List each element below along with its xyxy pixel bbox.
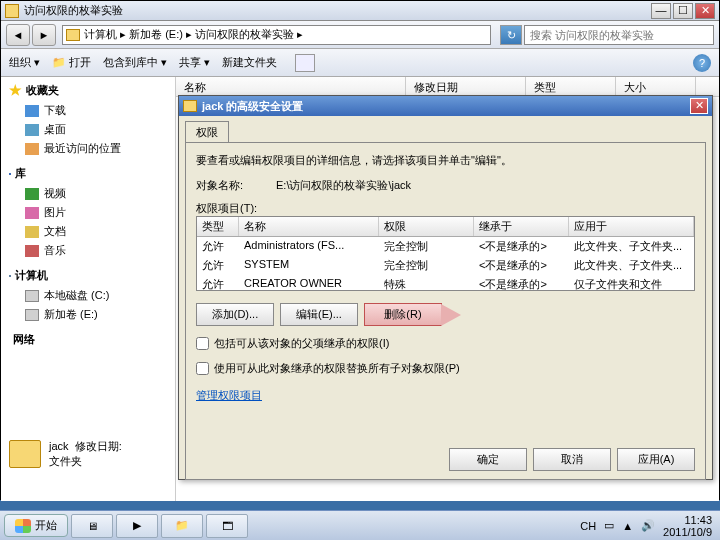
- start-button[interactable]: 开始: [4, 514, 68, 537]
- dialog-close-button[interactable]: ✕: [690, 98, 708, 114]
- add-button[interactable]: 添加(D)...: [196, 303, 274, 326]
- apply-button[interactable]: 应用(A): [617, 448, 695, 471]
- address-bar[interactable]: 计算机 ▸ 新加卷 (E:) ▸ 访问权限的枚举实验 ▸: [62, 25, 491, 45]
- date-label: 修改日期:: [75, 440, 122, 452]
- dialog-title: jack 的高级安全设置: [202, 99, 690, 114]
- edit-button[interactable]: 编辑(E)...: [280, 303, 358, 326]
- minimize-button[interactable]: —: [651, 3, 671, 19]
- back-button[interactable]: ◄: [6, 24, 30, 46]
- object-name-value: E:\访问权限的枚举实验\jack: [276, 178, 411, 193]
- advanced-security-dialog: jack 的高级安全设置 ✕ 权限 要查看或编辑权限项目的详细信息，请选择该项目…: [178, 95, 713, 480]
- open-button[interactable]: 📁 打开: [52, 55, 91, 70]
- sidebar-item-drive-c[interactable]: 本地磁盘 (C:): [9, 286, 167, 305]
- sidebar-item-drive-e[interactable]: 新加卷 (E:): [9, 305, 167, 324]
- new-folder-button[interactable]: 新建文件夹: [222, 55, 277, 70]
- sidebar-item-music[interactable]: 音乐: [9, 241, 167, 260]
- toolbar: 组织 ▾ 📁 打开 包含到库中 ▾ 共享 ▾ 新建文件夹 ?: [1, 49, 719, 77]
- tray-icon[interactable]: 🔊: [641, 519, 655, 532]
- column-headers[interactable]: 名称 修改日期 类型 大小: [176, 77, 719, 97]
- taskbar-app[interactable]: 🖥: [71, 514, 113, 538]
- sidebar-item-desktop[interactable]: 桌面: [9, 120, 167, 139]
- col-permission[interactable]: 权限: [379, 217, 474, 236]
- organize-menu[interactable]: 组织 ▾: [9, 55, 40, 70]
- sidebar-item-videos[interactable]: 视频: [9, 184, 167, 203]
- selected-name: jack: [49, 440, 69, 452]
- remove-button[interactable]: 删除(R): [364, 303, 442, 326]
- nav-bar: ◄ ► 计算机 ▸ 新加卷 (E:) ▸ 访问权限的枚举实验 ▸ ↻: [1, 21, 719, 49]
- folder-icon: [5, 4, 19, 18]
- col-type[interactable]: 类型: [526, 77, 616, 96]
- selected-type: 文件夹: [49, 454, 122, 469]
- taskbar-explorer[interactable]: 📁: [161, 514, 203, 538]
- main-panel: 名称 修改日期 类型 大小 jack 的高级安全设置 ✕ 权限 要查看或编辑权限…: [176, 77, 719, 501]
- include-inheritable-checkbox[interactable]: 包括可从该对象的父项继承的权限(I): [196, 336, 695, 351]
- taskbar-app[interactable]: ▶: [116, 514, 158, 538]
- sidebar-item-downloads[interactable]: 下载: [9, 101, 167, 120]
- help-button[interactable]: ?: [693, 54, 711, 72]
- system-tray[interactable]: CH ▭ ▲ 🔊 11:43 2011/10/9: [580, 514, 716, 538]
- sidebar-item-pictures[interactable]: 图片: [9, 203, 167, 222]
- col-size[interactable]: 大小: [616, 77, 696, 96]
- permissions-table[interactable]: 类型 名称 权限 继承于 应用于 允许Administrators (FS...…: [196, 216, 695, 291]
- computer-header[interactable]: 计算机: [9, 268, 167, 283]
- libraries-header[interactable]: 库: [9, 166, 167, 181]
- share-menu[interactable]: 共享 ▾: [179, 55, 210, 70]
- ok-button[interactable]: 确定: [449, 448, 527, 471]
- perm-row[interactable]: 允许CREATOR OWNER特殊<不是继承的>仅子文件夹和文件: [197, 275, 694, 291]
- col-type[interactable]: 类型: [197, 217, 239, 236]
- refresh-button[interactable]: ↻: [500, 25, 522, 45]
- close-button[interactable]: ✕: [695, 3, 715, 19]
- folder-icon: [9, 440, 41, 468]
- maximize-button[interactable]: ☐: [673, 3, 693, 19]
- favorites-header[interactable]: ★收藏夹: [9, 82, 167, 98]
- forward-button[interactable]: ►: [32, 24, 56, 46]
- include-library-menu[interactable]: 包含到库中 ▾: [103, 55, 167, 70]
- titlebar[interactable]: 访问权限的枚举实验 — ☐ ✕: [1, 1, 719, 21]
- sidebar: ★收藏夹 下载 桌面 最近访问的位置 库 视频 图片 文档 音乐 计算机 本地磁…: [1, 77, 176, 501]
- clock[interactable]: 11:43 2011/10/9: [663, 514, 712, 538]
- col-date[interactable]: 修改日期: [406, 77, 526, 96]
- replace-child-checkbox[interactable]: 使用可从此对象继承的权限替换所有子对象权限(P): [196, 361, 695, 376]
- sidebar-item-documents[interactable]: 文档: [9, 222, 167, 241]
- sidebar-item-recent[interactable]: 最近访问的位置: [9, 139, 167, 158]
- address-text: 计算机 ▸ 新加卷 (E:) ▸ 访问权限的枚举实验 ▸: [84, 27, 303, 42]
- col-name[interactable]: 名称: [176, 77, 406, 96]
- view-button[interactable]: [295, 54, 315, 72]
- windows-logo-icon: [15, 519, 31, 533]
- network-header[interactable]: 网络: [9, 332, 167, 347]
- object-name-label: 对象名称:: [196, 178, 276, 193]
- tray-icon[interactable]: ▲: [622, 520, 633, 532]
- dialog-description: 要查看或编辑权限项目的详细信息，请选择该项目并单击"编辑"。: [196, 153, 695, 168]
- col-apply[interactable]: 应用于: [569, 217, 694, 236]
- dialog-titlebar[interactable]: jack 的高级安全设置 ✕: [179, 96, 712, 116]
- tab-permissions[interactable]: 权限: [185, 121, 229, 143]
- manage-permissions-link[interactable]: 管理权限项目: [196, 388, 262, 403]
- folder-icon: [66, 29, 80, 41]
- perm-row[interactable]: 允许SYSTEM完全控制<不是继承的>此文件夹、子文件夹...: [197, 256, 694, 275]
- details-pane: jack 修改日期: 文件夹: [9, 439, 122, 469]
- folder-icon: [183, 100, 197, 112]
- taskbar-app[interactable]: 🗔: [206, 514, 248, 538]
- col-principal[interactable]: 名称: [239, 217, 379, 236]
- perm-row[interactable]: 允许Administrators (FS...完全控制<不是继承的>此文件夹、子…: [197, 237, 694, 256]
- ime-indicator[interactable]: CH: [580, 520, 596, 532]
- taskbar: 开始 🖥 ▶ 📁 🗔 CH ▭ ▲ 🔊 11:43 2011/10/9: [0, 510, 720, 540]
- tray-icon[interactable]: ▭: [604, 519, 614, 532]
- explorer-window: 访问权限的枚举实验 — ☐ ✕ ◄ ► 计算机 ▸ 新加卷 (E:) ▸ 访问权…: [0, 0, 720, 500]
- search-input[interactable]: [524, 25, 714, 45]
- window-title: 访问权限的枚举实验: [24, 3, 651, 18]
- permissions-label: 权限项目(T):: [196, 201, 695, 216]
- cancel-button[interactable]: 取消: [533, 448, 611, 471]
- col-inherited[interactable]: 继承于: [474, 217, 569, 236]
